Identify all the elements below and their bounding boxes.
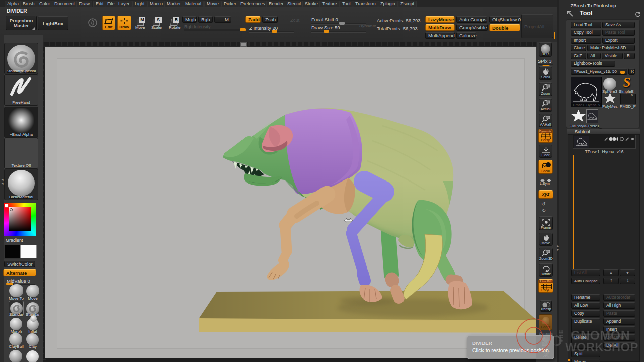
- svg-text:Draw: Draw: [119, 25, 129, 29]
- svg-text:Edit: Edit: [105, 25, 113, 29]
- svg-text:WORKSHOP: WORKSHOP: [565, 340, 638, 354]
